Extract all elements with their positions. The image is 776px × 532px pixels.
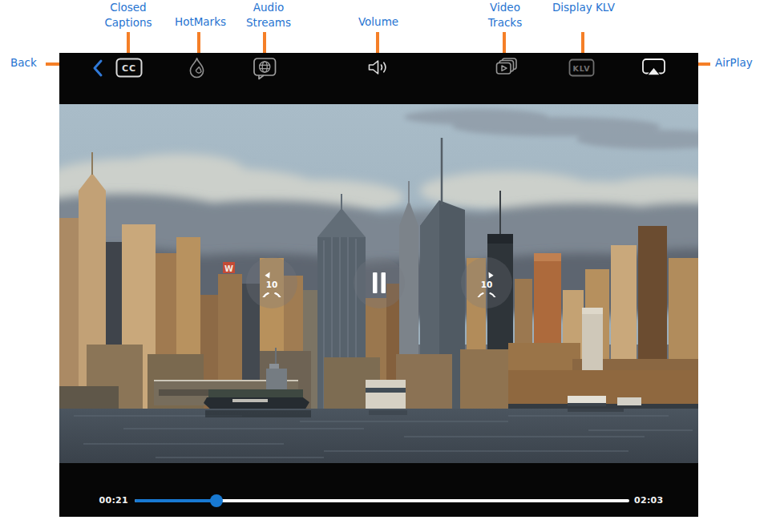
total-time: 02:03 xyxy=(634,495,664,506)
closed-captions-label: Closed Captions xyxy=(96,0,160,30)
back-button[interactable] xyxy=(92,58,103,78)
progress-thumb[interactable] xyxy=(210,494,223,507)
video-tracks-connector xyxy=(503,32,506,53)
hotmarks-button[interactable] xyxy=(188,57,205,79)
video-tracks-icon xyxy=(494,57,519,79)
pause-icon xyxy=(370,271,388,295)
hotmarks-icon xyxy=(188,57,205,79)
elapsed-time: 00:21 xyxy=(83,495,128,506)
skip-forward-button[interactable]: 10 xyxy=(461,257,512,308)
video-tracks-label: Video Tracks xyxy=(473,0,537,30)
audio-streams-connector xyxy=(263,32,266,53)
progress-fill xyxy=(135,499,216,502)
skip-back-button[interactable]: 10 xyxy=(246,257,297,308)
klv-icon: KLV xyxy=(568,58,595,77)
back-chevron-icon xyxy=(92,58,103,78)
airplay-button[interactable] xyxy=(641,58,666,78)
volume-button[interactable] xyxy=(367,58,389,76)
airplay-icon xyxy=(641,58,666,78)
video-player: CC xyxy=(59,53,698,517)
audio-streams-icon xyxy=(253,57,277,80)
display-klv-connector xyxy=(581,32,584,53)
audio-streams-button[interactable] xyxy=(253,57,277,80)
display-klv-button[interactable]: KLV xyxy=(568,58,595,77)
hotmarks-label: HotMarks xyxy=(168,14,232,30)
hotmarks-connector xyxy=(197,32,200,53)
closed-captions-button[interactable]: CC xyxy=(115,58,143,78)
svg-text:10: 10 xyxy=(481,280,493,289)
display-klv-label: Display KLV xyxy=(552,0,616,15)
svg-text:W: W xyxy=(224,264,233,273)
figure: Closed Captions HotMarks Audio Streams V… xyxy=(0,0,776,532)
pause-button[interactable] xyxy=(354,257,405,308)
airplay-label: AirPlay xyxy=(715,55,753,71)
progress-track[interactable] xyxy=(135,499,629,502)
closed-captions-icon: CC xyxy=(115,58,143,78)
svg-text:10: 10 xyxy=(266,280,278,289)
volume-connector xyxy=(376,32,379,53)
svg-text:KLV: KLV xyxy=(573,64,591,73)
video-tracks-button[interactable] xyxy=(494,57,519,79)
volume-icon xyxy=(367,58,389,76)
back-label: Back xyxy=(10,55,37,71)
svg-text:CC: CC xyxy=(122,63,136,74)
audio-streams-label: Audio Streams xyxy=(236,0,301,30)
closed-captions-connector xyxy=(127,32,130,53)
volume-label: Volume xyxy=(346,14,410,30)
skip-back-10-icon: 10 xyxy=(258,268,285,297)
skip-forward-10-icon: 10 xyxy=(473,268,500,297)
